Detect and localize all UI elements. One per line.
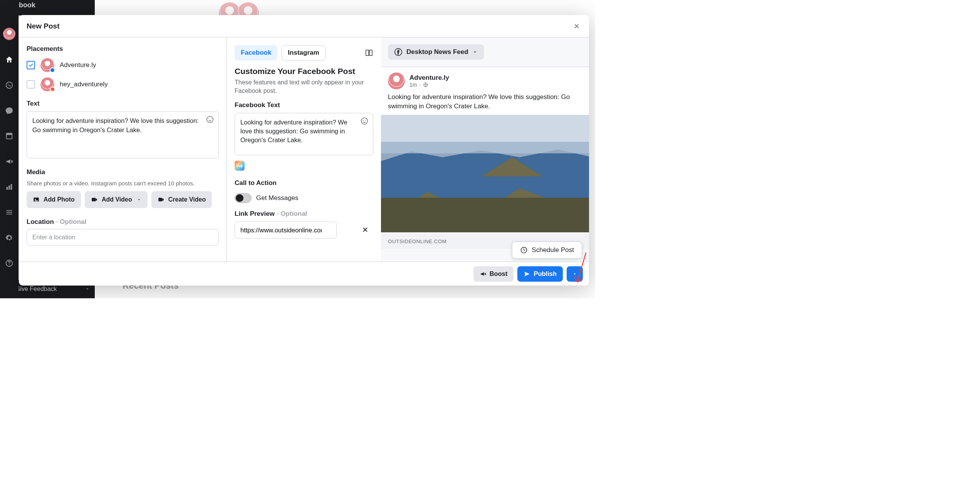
svg-point-13: [207, 116, 213, 123]
nav-posts[interactable]: [0, 130, 18, 142]
feedback-label: Give Feedback: [15, 286, 57, 292]
link-preview-optional: · Optional: [277, 210, 307, 218]
account-avatar-adventurely: [40, 58, 54, 72]
svg-rect-20: [366, 50, 369, 56]
account-name: hey_adventurely: [60, 81, 108, 88]
modal-title: New Post: [27, 22, 60, 30]
check-icon: [28, 62, 34, 68]
help-icon: [5, 259, 13, 267]
placements-title: Placements: [27, 45, 219, 53]
facebook-text-input[interactable]: [235, 113, 373, 155]
whatsapp-icon: [5, 81, 13, 89]
chevron-down-icon: [85, 286, 90, 292]
nav-ads[interactable]: [0, 156, 18, 167]
nav-insights[interactable]: [0, 181, 18, 193]
facebook-circle-icon: [394, 48, 403, 56]
svg-point-14: [208, 118, 209, 119]
account-avatar-hey-adventurely: [40, 77, 54, 91]
feed-selector[interactable]: Desktop News Feed: [388, 44, 484, 60]
create-video-icon: [158, 196, 164, 203]
add-video-button[interactable]: Add Video: [85, 191, 148, 208]
nav-settings[interactable]: [0, 232, 18, 244]
compare-icon[interactable]: [365, 49, 373, 57]
location-label: Location: [27, 218, 54, 226]
nav-menu[interactable]: [0, 207, 18, 218]
tab-facebook[interactable]: Facebook: [235, 45, 277, 61]
facebook-badge-icon: [50, 67, 55, 73]
chart-icon: [5, 183, 13, 191]
megaphone-icon: [480, 271, 487, 277]
create-video-button[interactable]: Create Video: [151, 191, 212, 208]
boost-button[interactable]: Boost: [473, 266, 514, 282]
placement-check-adventurely[interactable]: [27, 61, 35, 69]
emoji-icon: [360, 117, 369, 125]
post-text-input[interactable]: [27, 111, 219, 158]
add-photo-button[interactable]: Add Photo: [27, 191, 81, 208]
preview-post-text: Looking for adventure inspiration? We lo…: [381, 91, 589, 115]
svg-rect-8: [7, 210, 12, 211]
location-input[interactable]: [27, 229, 219, 246]
media-label: Media: [27, 168, 219, 176]
megaphone-icon: [5, 157, 13, 166]
svg-point-17: [35, 199, 36, 200]
chevron-down-icon: [472, 49, 478, 55]
new-post-modal: New Post Placements Adventure.ly: [19, 15, 589, 286]
publish-button[interactable]: Publish: [517, 266, 563, 282]
chevron-down-icon: [572, 271, 577, 277]
link-clear-button[interactable]: [362, 226, 369, 234]
menu-icon: [5, 208, 13, 217]
svg-rect-10: [7, 214, 12, 215]
cta-toggle[interactable]: [235, 193, 252, 203]
svg-rect-33: [381, 198, 589, 232]
chevron-down-icon: [137, 197, 141, 202]
emoji-button-fb[interactable]: [360, 117, 369, 126]
svg-rect-7: [11, 184, 12, 190]
nav-whatsapp[interactable]: [0, 79, 18, 91]
preview-time: 1m: [409, 82, 417, 88]
placement-row-hey-adventurely[interactable]: hey_adventurely: [27, 77, 219, 91]
svg-point-23: [363, 120, 364, 121]
gear-icon: [5, 234, 13, 242]
left-nav-rail: [0, 0, 18, 298]
placement-check-hey-adventurely[interactable]: [27, 80, 35, 89]
close-button[interactable]: [572, 22, 581, 31]
svg-rect-18: [92, 198, 96, 202]
link-preview-input[interactable]: [235, 222, 337, 239]
customize-title: Customize Your Facebook Post: [235, 67, 373, 76]
media-sublabel: Share photos or a video. Instagram posts…: [27, 180, 219, 187]
nav-help[interactable]: [0, 257, 18, 269]
nav-inbox[interactable]: [0, 105, 18, 116]
svg-point-12: [9, 264, 10, 265]
cta-section-label: Call to Action: [235, 179, 373, 187]
photo-icon: [33, 196, 40, 203]
globe-icon: [423, 82, 428, 87]
text-background-button[interactable]: Aa: [235, 161, 245, 171]
svg-rect-5: [7, 187, 8, 190]
close-icon: [573, 23, 580, 30]
svg-rect-19: [158, 198, 163, 202]
svg-rect-9: [7, 212, 12, 213]
emoji-icon: [206, 115, 214, 124]
svg-rect-6: [8, 185, 10, 190]
preview-avatar: [388, 72, 405, 89]
schedule-post-menu-item[interactable]: Schedule Post: [512, 242, 582, 259]
instagram-badge-icon: [50, 87, 55, 92]
publish-dropdown-button[interactable]: [567, 266, 583, 282]
clock-icon: [520, 246, 528, 254]
posts-icon: [5, 132, 13, 140]
placement-row-adventurely[interactable]: Adventure.ly: [27, 58, 219, 72]
cta-value-label: Get Messages: [256, 194, 299, 202]
location-optional-hint: · Optional: [56, 218, 86, 226]
page-avatar-rail[interactable]: [3, 28, 15, 40]
text-label: Text: [27, 100, 219, 108]
link-preview-label: Link Preview: [235, 210, 275, 218]
tab-instagram[interactable]: Instagram: [281, 45, 326, 61]
svg-point-22: [361, 118, 368, 124]
emoji-button[interactable]: [206, 115, 215, 124]
nav-home[interactable]: [0, 54, 18, 66]
svg-rect-4: [7, 133, 12, 135]
home-icon: [5, 55, 13, 64]
facebook-text-label: Facebook Text: [235, 101, 373, 109]
preview-page-name: Adventure.ly: [409, 74, 449, 82]
svg-point-2: [6, 82, 13, 89]
